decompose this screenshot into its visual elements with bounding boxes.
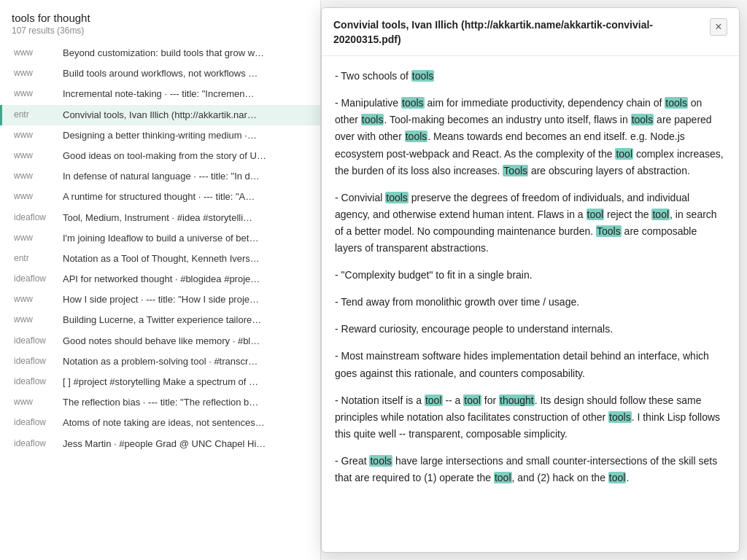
result-source: www bbox=[14, 47, 54, 58]
result-text: Beyond customization: build tools that g… bbox=[63, 47, 264, 60]
search-results-panel: tools for thought 107 results (36ms) www… bbox=[0, 0, 321, 560]
results-list: wwwBeyond customization: build tools tha… bbox=[0, 43, 320, 454]
result-text: Tool, Medium, Instrument · #idea #storyt… bbox=[63, 211, 252, 225]
result-text: Jess Martin · #people Grad @ UNC Chapel … bbox=[63, 438, 266, 451]
highlighted-word: tools bbox=[361, 114, 384, 125]
result-row[interactable]: wwwDesigning a better thinking-writing m… bbox=[0, 125, 320, 146]
result-text: Notation as a problem-solving tool · #tr… bbox=[63, 355, 258, 368]
result-row[interactable]: wwwI'm joining Ideaflow to build a unive… bbox=[0, 228, 320, 249]
result-source: www bbox=[14, 170, 54, 181]
result-row[interactable]: ideaflowTool, Medium, Instrument · #idea… bbox=[0, 208, 320, 228]
close-button[interactable]: × bbox=[710, 18, 727, 36]
highlighted-word: thought bbox=[499, 394, 535, 406]
result-source: ideaflow bbox=[14, 335, 54, 346]
result-text: [ ] #project #storytelling Make a spectr… bbox=[63, 376, 258, 389]
result-source: www bbox=[14, 190, 54, 201]
document-panel: Convivial tools, Ivan Illich (http://akk… bbox=[321, 7, 740, 553]
result-row[interactable]: ideaflowAtoms of note taking are ideas, … bbox=[0, 413, 320, 433]
results-count: 107 results (36ms) bbox=[0, 26, 320, 43]
paragraph: - Great tools have large intersections a… bbox=[335, 453, 726, 486]
panel-title: Convivial tools, Ivan Illich (http://akk… bbox=[333, 18, 710, 47]
result-row[interactable]: wwwIncremental note-taking · --- title: … bbox=[0, 84, 320, 104]
panel-body: - Two schools of tools - Manipulative to… bbox=[322, 56, 739, 552]
result-row[interactable]: wwwBuilding Lucerne, a Twitter experienc… bbox=[0, 310, 320, 330]
result-text: How I side project · --- title: "How I s… bbox=[63, 293, 259, 306]
highlighted-word: tools bbox=[608, 411, 632, 423]
highlighted-word: tools bbox=[369, 455, 392, 467]
highlighted-word: tool bbox=[463, 394, 481, 406]
result-source: ideaflow bbox=[14, 438, 54, 448]
result-source: www bbox=[14, 314, 54, 324]
result-row[interactable]: ideaflowGood notes should behave like me… bbox=[0, 331, 320, 351]
highlighted-word: tools bbox=[385, 192, 409, 203]
paragraph: - Notation itself is a tool -- a tool fo… bbox=[335, 392, 726, 443]
result-source: www bbox=[14, 149, 54, 160]
result-source: www bbox=[14, 67, 54, 78]
result-source: ideaflow bbox=[14, 376, 54, 386]
result-text: Good notes should behave like memory · #… bbox=[63, 335, 260, 348]
paragraph: - Two schools of tools bbox=[335, 68, 726, 85]
result-row[interactable]: ideaflow[ ] #project #storytelling Make … bbox=[0, 372, 320, 392]
result-source: www bbox=[14, 293, 54, 304]
paragraph: - Convivial tools preserve the degrees o… bbox=[335, 190, 726, 257]
highlighted-word: tools bbox=[631, 114, 654, 125]
result-text: In defense of natural language · --- tit… bbox=[63, 170, 260, 183]
highlighted-word: tools bbox=[665, 97, 688, 109]
search-query: tools for thought bbox=[0, 9, 320, 26]
result-source: www bbox=[14, 232, 54, 243]
result-text: Build tools around workflows, not workfl… bbox=[63, 67, 258, 80]
result-row[interactable]: ideaflowAPI for networked thought · #blo… bbox=[0, 269, 320, 289]
result-source: www bbox=[14, 396, 54, 407]
highlighted-word: tool bbox=[425, 394, 443, 406]
result-row[interactable]: wwwGood ideas on tool-making from the st… bbox=[0, 146, 320, 166]
highlighted-word: Tools bbox=[596, 225, 622, 237]
paragraph: - Manipulative tools aim for immediate p… bbox=[335, 95, 726, 179]
result-text: Designing a better thinking-writing medi… bbox=[63, 129, 257, 142]
result-source: www bbox=[14, 88, 54, 98]
result-row[interactable]: ideaflowNotation as a problem-solving to… bbox=[0, 351, 320, 372]
highlighted-word: tool bbox=[651, 209, 670, 220]
result-source: ideaflow bbox=[14, 355, 54, 366]
result-row[interactable]: wwwBeyond customization: build tools tha… bbox=[0, 43, 320, 63]
result-row[interactable]: wwwHow I side project · --- title: "How … bbox=[0, 289, 320, 310]
result-text: Atoms of note taking are ideas, not sent… bbox=[63, 416, 265, 429]
paragraph: - "Complexity budget" to fit in a single… bbox=[335, 267, 726, 284]
paragraph: - Most mainstream software hides impleme… bbox=[335, 348, 726, 381]
result-text: Incremental note-taking · --- title: "In… bbox=[63, 88, 255, 101]
result-text: I'm joining Ideaflow to build a universe… bbox=[63, 232, 258, 245]
result-source: ideaflow bbox=[14, 416, 54, 427]
result-text: API for networked thought · #blogidea #p… bbox=[63, 273, 260, 286]
result-text: A runtime for structured thought · --- t… bbox=[63, 190, 255, 203]
result-row[interactable]: entrNotation as a Tool of Thought, Kenne… bbox=[0, 249, 320, 269]
paragraph: - Reward curiosity, encourage people to … bbox=[335, 321, 726, 338]
result-row[interactable]: wwwA runtime for structured thought · --… bbox=[0, 187, 320, 207]
result-source: ideaflow bbox=[14, 211, 54, 222]
result-text: The reflection bias · --- title: "The re… bbox=[63, 396, 258, 409]
result-row[interactable]: wwwBuild tools around workflows, not wor… bbox=[0, 63, 320, 84]
highlighted-word: tools bbox=[405, 131, 428, 142]
result-source: www bbox=[14, 129, 54, 140]
highlighted-word: tool bbox=[494, 472, 512, 483]
result-source: ideaflow bbox=[14, 273, 54, 284]
result-row[interactable]: ideaflowJess Martin · #people Grad @ UNC… bbox=[0, 434, 320, 454]
result-text: Notation as a Tool of Thought, Kenneth I… bbox=[63, 252, 260, 265]
highlighted-word: tool bbox=[608, 472, 627, 483]
result-row[interactable]: wwwThe reflection bias · --- title: "The… bbox=[0, 392, 320, 413]
panel-header: Convivial tools, Ivan Illich (http://akk… bbox=[322, 8, 739, 56]
result-row[interactable]: wwwIn defense of natural language · --- … bbox=[0, 166, 320, 187]
result-source: entr bbox=[14, 252, 54, 263]
highlighted-word: tool bbox=[615, 148, 633, 160]
result-source: entr bbox=[14, 109, 54, 120]
paragraph: - Tend away from monolithic growth over … bbox=[335, 294, 726, 311]
highlighted-word: tools bbox=[411, 70, 435, 82]
highlighted-word: Tools bbox=[503, 165, 528, 176]
highlighted-word: tools bbox=[401, 97, 425, 109]
result-text: Building Lucerne, a Twitter experience t… bbox=[63, 314, 261, 327]
result-text: Good ideas on tool-making from the story… bbox=[63, 149, 266, 163]
result-row[interactable]: entrConvivial tools, Ivan Illich (http:/… bbox=[0, 105, 320, 125]
highlighted-word: tool bbox=[587, 209, 605, 220]
result-text: Convivial tools, Ivan Illich (http://akk… bbox=[63, 109, 257, 122]
